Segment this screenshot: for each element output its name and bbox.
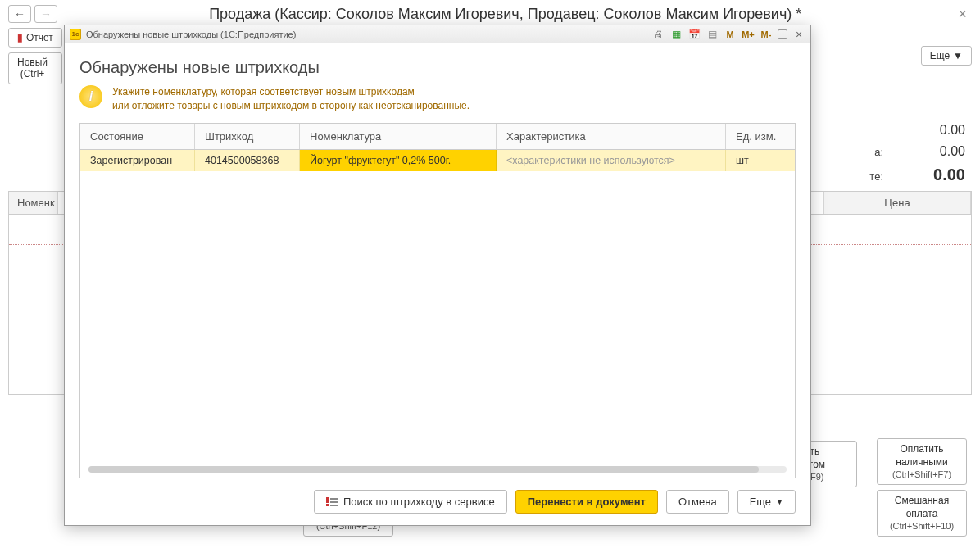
new-button-line1: Новый	[17, 57, 48, 68]
new-button[interactable]: Новый (Ctrl+	[8, 52, 62, 84]
main-window-title: Продажа (Кассир: Соколов Максим Игоревич…	[61, 6, 950, 23]
cell-nomen[interactable]: Йогурт "фруктегут" 0,2% 500г.	[300, 150, 497, 171]
main-more-button[interactable]: Еще ▼	[921, 46, 972, 66]
cell-barcode[interactable]: 4014500058368	[195, 150, 300, 171]
print-icon[interactable]: 🖨	[651, 28, 665, 41]
cell-char[interactable]: <характеристики не используются>	[497, 150, 726, 171]
scrollbar-thumb[interactable]	[88, 466, 759, 473]
nav-back-button[interactable]: ←	[8, 5, 31, 23]
cancel-label: Отмена	[678, 496, 717, 508]
totals-val-1: 0.00	[900, 123, 965, 138]
totals-panel: 0.00 а:0.00 те:0.00	[801, 123, 965, 191]
transfer-to-document-button[interactable]: Перенести в документ	[515, 490, 658, 514]
bg-th-nomen: Номенк	[9, 192, 58, 214]
totals-val-2: 0.00	[900, 144, 965, 159]
nav-forward-button[interactable]: →	[34, 5, 57, 23]
table-row[interactable]: Зарегистрирован 4014500058368 Йогурт "фр…	[80, 150, 795, 171]
list-icon	[326, 497, 338, 506]
col-state[interactable]: Состояние	[80, 124, 195, 149]
dialog-titlebar[interactable]: 1c Обнаружены новые штрихкоды (1С:Предпр…	[65, 25, 810, 43]
new-barcodes-dialog: 1c Обнаружены новые штрихкоды (1С:Предпр…	[64, 25, 811, 526]
col-barcode[interactable]: Штрихкод	[195, 124, 300, 149]
memory-mminus-icon[interactable]: M-	[760, 28, 773, 41]
col-unit[interactable]: Ед. изм.	[726, 124, 795, 149]
grid-horizontal-scrollbar[interactable]	[88, 466, 787, 473]
bg-th-price: Цена	[823, 192, 971, 214]
grid-header: Состояние Штрихкод Номенклатура Характер…	[80, 124, 795, 150]
new-button-line2: (Ctrl+	[20, 68, 45, 79]
calc-icon[interactable]: ▤	[706, 28, 719, 41]
pay-cash-l3: (Ctrl+Shift+F7)	[886, 469, 958, 481]
dialog-info-line1: Укажите номенклатуру, которая соответств…	[112, 85, 470, 99]
chevron-down-icon: ▼	[776, 498, 783, 506]
totals-label-2: а:	[874, 146, 883, 158]
report-button-label: Отчет	[26, 32, 53, 43]
barcodes-grid[interactable]: Состояние Штрихкод Номенклатура Характер…	[79, 123, 796, 478]
maximize-icon[interactable]	[778, 29, 787, 39]
transfer-label: Перенести в документ	[528, 496, 646, 508]
search-barcode-label: Поиск по штрихкоду в сервисе	[343, 496, 495, 508]
app-1c-icon: 1c	[70, 29, 81, 40]
dialog-info-line2: или отложите товары с новым штрихкодом в…	[112, 99, 470, 113]
cancel-button[interactable]: Отмена	[666, 490, 729, 514]
chart-icon: ▮	[17, 32, 23, 43]
cell-state[interactable]: Зарегистрирован	[80, 150, 195, 171]
pay-cash-l2: наличными	[886, 455, 958, 469]
calendar-grid-icon[interactable]: ▦	[669, 28, 683, 41]
dialog-close-icon[interactable]: ×	[792, 28, 805, 41]
memory-m-icon[interactable]: M	[724, 28, 737, 41]
pay-mixed-l2: оплата	[886, 507, 958, 520]
dialog-more-label: Еще	[750, 496, 771, 508]
main-close-icon[interactable]: ×	[953, 6, 972, 23]
dialog-title: Обнаружены новые штрихкоды (1С:Предприят…	[86, 29, 296, 39]
report-button[interactable]: ▮ Отчет	[8, 28, 62, 48]
totals-val-3: 0.00	[900, 165, 965, 184]
dialog-info-strip: i Укажите номенклатуру, которая соответс…	[79, 85, 796, 113]
search-barcode-button[interactable]: Поиск по штрихкоду в сервисе	[314, 490, 507, 514]
dialog-heading: Обнаружены новые штрихкоды	[79, 58, 796, 77]
chevron-down-icon: ▼	[953, 50, 963, 61]
col-char[interactable]: Характеристика	[497, 124, 726, 149]
pay-cash-l1: Оплатить	[886, 442, 958, 455]
info-icon: i	[79, 85, 102, 108]
pay-cash-button[interactable]: Оплатить наличными (Ctrl+Shift+F7)	[877, 438, 967, 485]
dialog-more-button[interactable]: Еще ▼	[737, 490, 796, 514]
pay-mixed-l1: Смешанная	[886, 494, 958, 507]
pay-mixed-button[interactable]: Смешанная оплата (Ctrl+Shift+F10)	[877, 490, 967, 537]
cell-unit[interactable]: шт	[726, 150, 795, 171]
col-nomen[interactable]: Номенклатура	[300, 124, 497, 149]
pay-mixed-l3: (Ctrl+Shift+F10)	[886, 520, 958, 532]
main-more-label: Еще	[930, 50, 950, 61]
memory-mplus-icon[interactable]: M+	[742, 28, 755, 41]
calendar-icon[interactable]: 📅	[687, 28, 701, 41]
totals-label-3: те:	[869, 170, 883, 183]
